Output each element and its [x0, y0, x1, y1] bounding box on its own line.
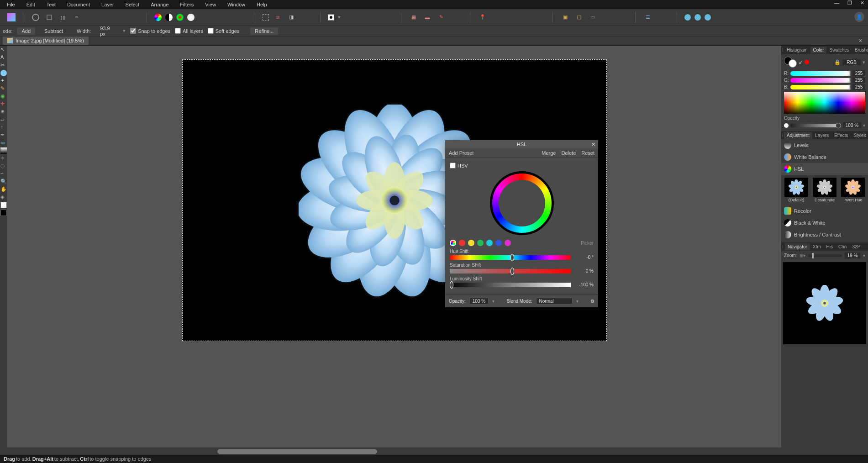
luminosity-shift-value[interactable]: -100 % — [573, 282, 594, 287]
tab-effects[interactable]: Effects — [831, 132, 851, 139]
selection-marquee-icon[interactable] — [263, 14, 269, 21]
pen-tool-icon[interactable]: ✒ — [0, 132, 7, 138]
blur-tool-icon[interactable]: ◌ — [0, 163, 7, 169]
channel-yellow[interactable] — [468, 240, 474, 246]
swatch-tool-icon[interactable]: ✎ — [436, 12, 446, 22]
hue-shift-slider[interactable] — [450, 255, 571, 260]
mode-subtract-button[interactable]: Subtract — [40, 27, 68, 35]
luminosity-shift-slider[interactable] — [450, 283, 571, 287]
arrange-front-icon[interactable]: ▣ — [560, 12, 570, 22]
r-value[interactable]: 255 — [852, 70, 865, 76]
crop-tool-icon[interactable]: ✂ — [0, 62, 7, 68]
channel-magenta[interactable] — [505, 240, 511, 246]
softedges-checkbox[interactable]: Soft edges — [208, 28, 240, 34]
opacity-value[interactable]: 100 % — [843, 122, 861, 128]
align-icon[interactable]: ☰ — [643, 12, 653, 22]
channel-red[interactable] — [459, 240, 465, 246]
hand-tool-icon[interactable]: ✋ — [0, 186, 7, 193]
zoom-slider[interactable] — [808, 254, 842, 257]
adj-hsl[interactable]: HSL — [781, 163, 868, 175]
hue-strip[interactable] — [784, 92, 865, 114]
merge-button[interactable]: Merge — [542, 150, 556, 156]
delete-button[interactable]: Delete — [561, 150, 576, 156]
foreground-swatch[interactable] — [0, 202, 7, 208]
fill-tool-icon[interactable]: ◉ — [0, 93, 7, 100]
panel-dock-icon[interactable]: ⫶ — [781, 244, 785, 249]
r-slider[interactable] — [790, 71, 851, 76]
close-icon[interactable]: ✕ — [591, 142, 595, 147]
tab-brushes[interactable]: Brushes — [852, 47, 868, 53]
snapping3-icon[interactable] — [705, 14, 711, 21]
selection-brush-tool-icon[interactable] — [0, 70, 7, 76]
persona-photo-icon[interactable] — [31, 12, 41, 22]
color-model-select[interactable]: RGB — [842, 59, 861, 65]
zoom-value[interactable]: 19 % — [845, 253, 860, 258]
tab-layers[interactable]: Layers — [812, 132, 831, 139]
persona-export-icon[interactable]: ∝ — [72, 12, 82, 22]
tab-navigator[interactable]: Navigator — [785, 243, 810, 250]
persona-liquify-icon[interactable] — [44, 12, 54, 22]
menu-select[interactable]: Select — [126, 2, 140, 7]
close-icon[interactable]: ✕ — [860, 0, 864, 6]
recent-color-icon[interactable] — [805, 60, 809, 64]
hsl-dialog-title[interactable]: HSL✕ — [445, 140, 598, 148]
mesh-tool-icon[interactable]: ✧ — [0, 155, 7, 162]
eyedropper-icon[interactable]: ↙ — [799, 59, 803, 65]
menu-file[interactable]: File — [7, 2, 15, 7]
dropdown-icon[interactable]: ▾ — [863, 253, 865, 258]
zoom-mode-icon[interactable]: ⊞▾ — [800, 253, 805, 258]
erase-tool-icon[interactable]: ▱ — [0, 116, 7, 123]
menu-arrange[interactable]: Arrange — [151, 2, 168, 7]
flood-select-icon[interactable]: ✦ — [0, 78, 7, 84]
menu-document[interactable]: Document — [67, 2, 90, 7]
brush-tool-icon[interactable]: ✎ — [0, 85, 7, 92]
tab-xfm[interactable]: Xfm — [810, 243, 824, 250]
hue-shift-value[interactable]: -0 ° — [573, 255, 594, 260]
artistic-text-tool-icon[interactable]: A — [0, 54, 7, 61]
tab-histogram[interactable]: Histogram — [784, 47, 810, 53]
saturation-shift-value[interactable]: 0 % — [573, 268, 594, 274]
tab-close-icon[interactable]: ✕ — [858, 38, 865, 44]
liquify-tool-icon[interactable]: ~ — [0, 171, 7, 177]
channel-cyan[interactable] — [486, 240, 493, 246]
channel-green[interactable] — [477, 240, 484, 246]
b-slider[interactable] — [790, 85, 851, 89]
adj-levels[interactable]: Levels — [781, 139, 868, 151]
clone-tool-icon[interactable]: ⊕ — [0, 109, 7, 115]
adj-white-balance[interactable]: White Balance — [781, 151, 868, 163]
tab-styles[interactable]: Styles — [851, 132, 868, 139]
tab-color[interactable]: Color — [810, 47, 827, 53]
canvas-viewport[interactable] — [7, 46, 781, 447]
tab-chn[interactable]: Chn — [836, 243, 849, 250]
channel-all[interactable] — [450, 240, 456, 246]
grid-icon[interactable]: ▦ — [409, 12, 419, 22]
horizontal-scrollbar[interactable] — [7, 448, 781, 455]
arrange-group-icon[interactable]: ▭ — [588, 12, 598, 22]
refine-button[interactable]: Refine... — [250, 27, 278, 35]
hsv-checkbox[interactable]: HSV — [450, 163, 594, 168]
g-value[interactable]: 255 — [852, 77, 865, 83]
selection-deselect-icon[interactable]: ⧄ — [273, 12, 283, 22]
snap-checkbox[interactable]: Snap to edges — [130, 28, 170, 34]
dropdown-icon[interactable]: ▾ — [576, 299, 579, 304]
adj-recolor[interactable]: Recolor — [781, 205, 868, 217]
quickmask-icon[interactable] — [328, 14, 334, 21]
tab-adjustment[interactable]: Adjustment — [784, 132, 812, 139]
reset-button[interactable]: Reset — [581, 150, 594, 156]
width-value[interactable]: 93.9 px — [95, 25, 118, 37]
heal-tool-icon[interactable]: ✚ — [0, 101, 7, 107]
document-tab[interactable]: Image 2.jpg [Modified] (19.5%) — [3, 37, 89, 45]
alllayers-checkbox[interactable]: All layers — [175, 28, 203, 34]
hsl-dialog[interactable]: HSL✕ Add Preset Merge Delete Reset HSV P… — [445, 140, 598, 307]
mode-add-button[interactable]: Add — [17, 27, 35, 35]
adj-brightness[interactable]: Brightness / Contrast — [781, 229, 868, 241]
maximize-icon[interactable]: ❐ — [847, 0, 852, 6]
dropdown-icon[interactable]: ▾ — [123, 28, 126, 34]
selection-invert-icon[interactable]: ◨ — [286, 12, 296, 22]
autocontrast-icon[interactable] — [165, 14, 173, 21]
dropdown-icon[interactable]: ▾ — [338, 14, 341, 20]
color-picker-tool-icon[interactable]: ◈ — [0, 194, 7, 200]
preset-desaturate[interactable]: Desaturate — [811, 178, 838, 202]
tab-32p[interactable]: 32P — [849, 243, 863, 250]
snapping2-icon[interactable] — [694, 14, 701, 21]
